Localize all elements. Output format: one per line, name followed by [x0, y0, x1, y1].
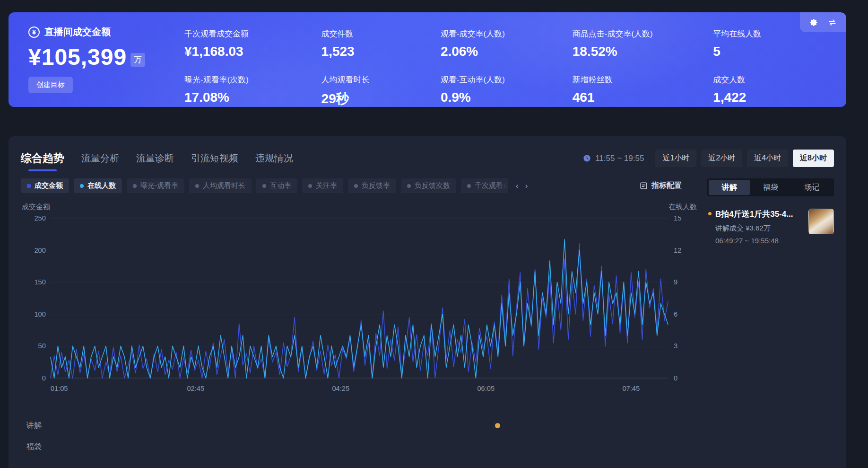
- item-product-title: B拍4斤送1斤共35-4...: [715, 209, 804, 220]
- chip-cpm-gmv[interactable]: 千次观看成交金额: [461, 178, 508, 193]
- main-metric-value: ¥105,399: [28, 44, 127, 70]
- inactive-marker: [262, 184, 266, 188]
- tab-traffic-diagnosis[interactable]: 流量诊断: [136, 152, 174, 165]
- svg-text:06:05: 06:05: [477, 385, 495, 392]
- svg-text:200: 200: [34, 246, 46, 254]
- left-axis-title: 成交金额: [22, 203, 50, 212]
- gear-icon[interactable]: [809, 18, 818, 27]
- metric-avg-watch-time: 人均观看时长 29秒: [321, 74, 432, 107]
- gmv-series-marker: [27, 184, 31, 188]
- chip-gmv[interactable]: 成交金额: [21, 178, 69, 193]
- chip-interaction-rate[interactable]: 互动率: [256, 178, 297, 193]
- chip-exposure-view-rate[interactable]: 曝光-观看率: [127, 178, 184, 193]
- svg-text:01:05: 01:05: [51, 385, 68, 392]
- trend-chart[interactable]: 0501001502002500369121501:0502:4504:2506…: [21, 212, 698, 405]
- svg-text:9: 9: [674, 278, 677, 286]
- time-button-8h[interactable]: 近8小时: [793, 150, 834, 167]
- svg-text:02:45: 02:45: [187, 385, 204, 392]
- main-metric-unit: 万: [130, 53, 145, 67]
- svg-text:150: 150: [34, 278, 46, 286]
- time-range-text: 11:55 ~ 19:55: [595, 154, 644, 163]
- chip-negative-feedback-count[interactable]: 负反馈次数: [401, 178, 456, 193]
- item-time-range: 06:49:27 ~ 19:55:48: [715, 237, 804, 245]
- panel-tabs-row: 综合趋势 流量分析 流量诊断 引流短视频 违规情况 11:55 ~ 19:55 …: [21, 150, 834, 167]
- online-series-marker: [80, 184, 84, 188]
- metric-columns: 千次观看成交金额 ¥1,168.03 曝光-观看率(次数) 17.08% 成交件…: [184, 26, 826, 96]
- chips-prev-icon[interactable]: ‹: [516, 181, 519, 191]
- main-metric-label: 直播间成交金额: [44, 26, 111, 38]
- metric-view-conversion: 观看-成交率(人数) 2.06%: [441, 28, 564, 59]
- metric-buyer-count: 成交人数 1,422: [713, 74, 826, 105]
- svg-text:100: 100: [34, 310, 46, 318]
- svg-text:07:45: 07:45: [622, 385, 640, 392]
- tab-traffic-analysis[interactable]: 流量分析: [81, 152, 119, 165]
- explain-event-row[interactable]: 讲解: [21, 415, 698, 436]
- metric-config-button[interactable]: 指标配置: [640, 181, 682, 191]
- svg-text:250: 250: [34, 214, 46, 222]
- svg-text:50: 50: [38, 342, 46, 350]
- main-metric-block: ¥ 直播间成交金额 ¥105,399 万 创建目标: [28, 26, 184, 96]
- right-axis-title: 在线人数: [668, 203, 697, 212]
- svg-text:15: 15: [674, 214, 681, 222]
- svg-text:0: 0: [42, 374, 46, 382]
- lucky-bag-event-row[interactable]: 福袋: [21, 436, 698, 458]
- sidebar-tab-explain[interactable]: 讲解: [709, 180, 750, 195]
- item-gmv-text: 讲解成交 ¥3.62万: [715, 224, 804, 233]
- time-button-4h[interactable]: 近4小时: [747, 150, 788, 167]
- chip-negative-feedback-rate[interactable]: 负反馈率: [348, 178, 396, 193]
- sidebar-tab-lucky-bag[interactable]: 福袋: [750, 180, 791, 195]
- event-sidebar: 讲解 福袋 场记 B拍4斤送1斤共35-4... 讲解成交 ¥3.62万 06:…: [707, 178, 834, 458]
- product-thumbnail: [808, 209, 834, 234]
- item-status-dot: [708, 212, 712, 215]
- inactive-marker: [195, 184, 199, 188]
- chips-pager: ‹ ›: [516, 181, 528, 191]
- svg-text:0: 0: [674, 374, 677, 382]
- chip-follow-rate[interactable]: 关注率: [302, 178, 343, 193]
- chips-next-icon[interactable]: ›: [525, 181, 528, 191]
- metric-order-count: 成交件数 1,523: [321, 28, 432, 59]
- svg-text:12: 12: [674, 246, 681, 254]
- metric-new-fans: 新增粉丝数 461: [573, 74, 705, 105]
- sidebar-tabs: 讲解 福袋 场记: [707, 178, 834, 196]
- banner-toolbar: [800, 12, 846, 32]
- chip-online-users[interactable]: 在线人数: [74, 178, 122, 193]
- svg-text:6: 6: [674, 310, 677, 318]
- explain-row-label: 讲解: [26, 421, 42, 431]
- chart-zone: 成交金额 在线人数 曝光-观看率 人均观看时长 互动率: [21, 178, 698, 458]
- metric-view-interaction: 观看-互动率(人数) 0.9%: [441, 74, 564, 105]
- time-button-1h[interactable]: 近1小时: [655, 150, 696, 167]
- metric-chips-row: 成交金额 在线人数 曝光-观看率 人均观看时长 互动率: [21, 178, 698, 193]
- trend-panel: 综合趋势 流量分析 流量诊断 引流短视频 违规情况 11:55 ~ 19:55 …: [9, 136, 846, 468]
- tab-short-video[interactable]: 引流短视频: [191, 152, 238, 165]
- time-button-2h[interactable]: 近2小时: [701, 150, 742, 167]
- time-range: 11:55 ~ 19:55: [583, 154, 644, 163]
- swap-icon[interactable]: [828, 18, 837, 27]
- metric-avg-online: 平均在线人数 5: [713, 28, 826, 59]
- metric-exposure-view-rate: 曝光-观看率(次数) 17.08%: [184, 74, 313, 105]
- metric-cpm-gmv: 千次观看成交金额 ¥1,168.03: [184, 28, 313, 59]
- svg-text:3: 3: [674, 342, 677, 350]
- summary-banner: ¥ 直播间成交金额 ¥105,399 万 创建目标 千次观看成交金额 ¥1,16…: [9, 12, 846, 107]
- clock-icon: [583, 154, 591, 162]
- inactive-marker: [467, 184, 471, 188]
- yen-circle-icon: ¥: [28, 26, 40, 38]
- config-grid-icon: [640, 182, 648, 190]
- sidebar-tab-notes[interactable]: 场记: [791, 180, 833, 195]
- explain-marker-dot[interactable]: [495, 423, 500, 428]
- inactive-marker: [308, 184, 312, 188]
- metric-click-conversion: 商品点击-成交率(人数) 18.52%: [573, 28, 705, 59]
- create-goal-button[interactable]: 创建目标: [28, 77, 73, 93]
- chip-avg-watch-time[interactable]: 人均观看时长: [189, 178, 252, 193]
- inactive-marker: [133, 184, 137, 188]
- axis-titles: 成交金额 在线人数: [22, 203, 697, 212]
- explain-list-item[interactable]: B拍4斤送1斤共35-4... 讲解成交 ¥3.62万 06:49:27 ~ 1…: [707, 209, 834, 245]
- svg-text:04:25: 04:25: [332, 385, 349, 392]
- tab-violations[interactable]: 违规情况: [255, 152, 293, 165]
- lucky-bag-row-label: 福袋: [26, 442, 42, 452]
- inactive-marker: [354, 184, 358, 188]
- tab-overall-trend[interactable]: 综合趋势: [21, 151, 64, 166]
- inactive-marker: [407, 184, 411, 188]
